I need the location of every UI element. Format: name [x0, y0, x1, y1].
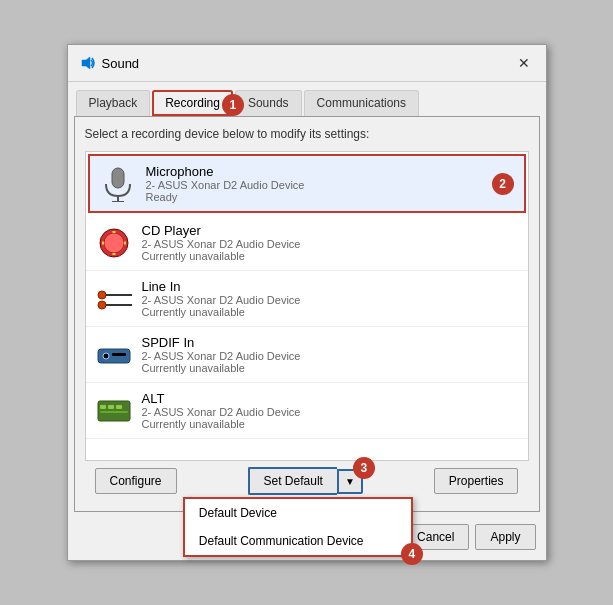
device-info-spdif-in: SPDIF In 2- ASUS Xonar D2 Audio Device C… [142, 335, 518, 374]
sound-dialog: Sound ✕ Playback Recording 1 Sounds Comm… [67, 44, 547, 561]
device-name-cd-player: CD Player [142, 223, 518, 238]
sound-icon [80, 55, 96, 71]
tab-sounds[interactable]: Sounds [235, 90, 302, 116]
tab-playback[interactable]: Playback [76, 90, 151, 116]
device-name-microphone: Microphone [146, 164, 482, 179]
device-item-cd-player[interactable]: CD Player 2- ASUS Xonar D2 Audio Device … [86, 215, 528, 271]
bottom-actions: Configure Set Default ▼ 3 Default Device… [85, 461, 529, 501]
device-info-cd-player: CD Player 2- ASUS Xonar D2 Audio Device … [142, 223, 518, 262]
device-detail-microphone: 2- ASUS Xonar D2 Audio Device [146, 179, 482, 191]
device-status-cd-player: Currently unavailable [142, 250, 518, 262]
tab-content-recording: Select a recording device below to modif… [74, 116, 540, 512]
apply-button[interactable]: Apply [475, 524, 535, 550]
set-default-button[interactable]: Set Default [248, 467, 337, 495]
device-detail-cd-player: 2- ASUS Xonar D2 Audio Device [142, 238, 518, 250]
device-name-alt: ALT [142, 391, 518, 406]
properties-button[interactable]: Properties [434, 468, 519, 494]
step-3-badge: 3 [353, 457, 375, 479]
title-bar: Sound ✕ [68, 45, 546, 82]
spdif-icon [96, 337, 132, 373]
device-info-alt: ALT 2- ASUS Xonar D2 Audio Device Curren… [142, 391, 518, 430]
step-2-badge: 2 [492, 173, 514, 195]
microphone-icon [100, 166, 136, 202]
svg-rect-16 [112, 353, 126, 356]
svg-point-5 [104, 233, 124, 253]
dropdown-item-default-device[interactable]: Default Device [185, 499, 411, 527]
device-info-line-in: Line In 2- ASUS Xonar D2 Audio Device Cu… [142, 279, 518, 318]
device-info-microphone: Microphone 2- ASUS Xonar D2 Audio Device… [146, 164, 482, 203]
device-item-alt[interactable]: ALT 2- ASUS Xonar D2 Audio Device Curren… [86, 383, 528, 439]
svg-point-15 [103, 353, 109, 359]
step-1-badge: 1 [222, 94, 244, 116]
alt-icon [96, 393, 132, 429]
tab-communications[interactable]: Communications [304, 90, 419, 116]
set-default-group: Set Default ▼ [248, 467, 363, 495]
tab-bar: Playback Recording 1 Sounds Communicatio… [68, 82, 546, 116]
svg-rect-19 [108, 405, 114, 409]
set-default-group-wrapper: Set Default ▼ 3 Default Device Default C… [248, 467, 363, 495]
device-name-spdif-in: SPDIF In [142, 335, 518, 350]
tab-recording[interactable]: Recording [152, 90, 233, 116]
svg-rect-1 [112, 168, 124, 188]
svg-rect-20 [116, 405, 122, 409]
instruction-text: Select a recording device below to modif… [85, 127, 529, 141]
device-detail-spdif-in: 2- ASUS Xonar D2 Audio Device [142, 350, 518, 362]
device-item-microphone[interactable]: Microphone 2- ASUS Xonar D2 Audio Device… [88, 154, 526, 213]
dropdown-item-default-communication[interactable]: Default Communication Device [185, 527, 411, 555]
title-bar-left: Sound [80, 55, 140, 71]
svg-point-11 [98, 301, 106, 309]
svg-rect-18 [100, 405, 106, 409]
set-default-dropdown: Default Device Default Communication Dev… [183, 497, 413, 557]
device-status-line-in: Currently unavailable [142, 306, 518, 318]
device-item-spdif-in[interactable]: SPDIF In 2- ASUS Xonar D2 Audio Device C… [86, 327, 528, 383]
device-item-line-in[interactable]: Line In 2- ASUS Xonar D2 Audio Device Cu… [86, 271, 528, 327]
close-button[interactable]: ✕ [514, 53, 534, 73]
device-status-alt: Currently unavailable [142, 418, 518, 430]
configure-button[interactable]: Configure [95, 468, 177, 494]
device-name-line-in: Line In [142, 279, 518, 294]
device-detail-alt: 2- ASUS Xonar D2 Audio Device [142, 406, 518, 418]
device-detail-line-in: 2- ASUS Xonar D2 Audio Device [142, 294, 518, 306]
step-4-badge: 4 [401, 543, 423, 565]
device-status-spdif-in: Currently unavailable [142, 362, 518, 374]
device-list[interactable]: Microphone 2- ASUS Xonar D2 Audio Device… [85, 151, 529, 461]
svg-point-10 [98, 291, 106, 299]
window-title: Sound [102, 56, 140, 71]
device-status-microphone: Ready [146, 191, 482, 203]
svg-marker-0 [82, 57, 90, 69]
svg-rect-21 [100, 411, 128, 413]
cd-player-icon [96, 225, 132, 261]
line-in-icon [96, 281, 132, 317]
